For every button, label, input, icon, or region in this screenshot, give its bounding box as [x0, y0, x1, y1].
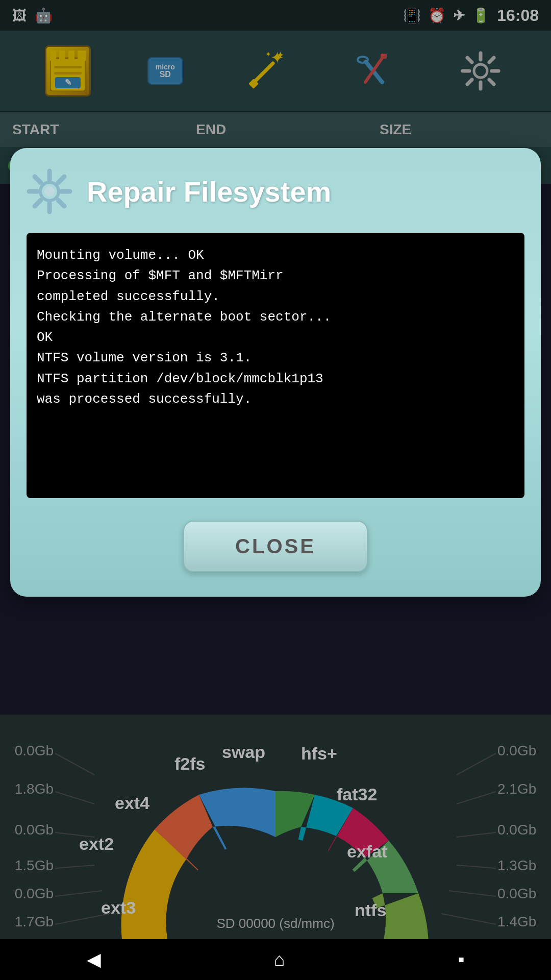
- svg-line-33: [35, 177, 41, 183]
- svg-line-34: [58, 200, 64, 206]
- nav-bar: ◀ ⌂ ▪: [0, 939, 551, 980]
- svg-point-28: [44, 186, 55, 197]
- back-button[interactable]: ◀: [87, 949, 101, 970]
- home-button[interactable]: ⌂: [274, 949, 285, 970]
- dialog-header: Repair Filesystem: [27, 168, 524, 214]
- close-button[interactable]: CLOSE: [183, 521, 368, 572]
- svg-line-35: [58, 177, 64, 183]
- repair-filesystem-dialog: Repair Filesystem Mounting volume... OKP…: [10, 148, 541, 597]
- svg-line-36: [35, 200, 41, 206]
- terminal-output: Mounting volume... OKProcessing of $MFT …: [27, 233, 524, 498]
- dialog-gear-icon: [27, 168, 72, 214]
- close-button-wrap: CLOSE: [27, 521, 524, 572]
- recents-button[interactable]: ▪: [458, 949, 465, 970]
- terminal-text: Mounting volume... OKProcessing of $MFT …: [37, 248, 331, 407]
- dialog-title: Repair Filesystem: [87, 175, 331, 208]
